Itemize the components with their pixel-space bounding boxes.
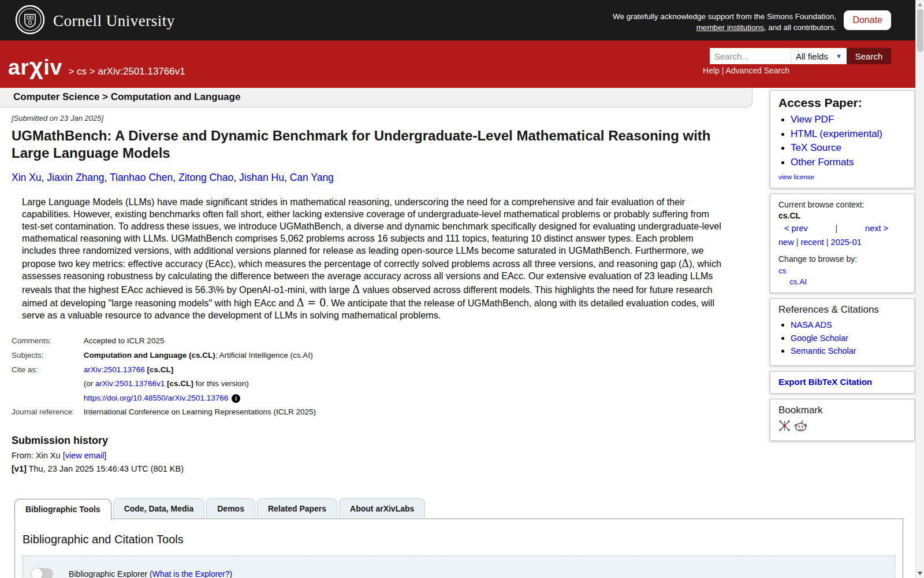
scroll-up-icon[interactable] <box>918 3 922 6</box>
tab-code-data-media[interactable]: Code, Data, Media <box>113 498 205 518</box>
export-bibtex-link[interactable]: Export BibTeX Citation <box>778 377 906 387</box>
new-link[interactable]: new <box>778 238 794 247</box>
tex-source-link[interactable]: TeX Source <box>791 142 841 153</box>
other-formats-link[interactable]: Other Formats <box>791 157 854 168</box>
list-item: Bibliographic Explorer (What is the Expl… <box>31 568 895 578</box>
author-link[interactable]: Jishan Hu <box>239 172 284 183</box>
site-header: Cornell University We gratefully acknowl… <box>0 0 924 40</box>
scroll-down-icon[interactable] <box>918 572 922 575</box>
next-link[interactable]: next > <box>865 224 888 233</box>
support-statement: We gratefully acknowledge support from t… <box>605 12 836 34</box>
labs-tabs: Bibliographic ToolsCode, Data, MediaDemo… <box>14 498 924 518</box>
bookmark-box: Bookmark <box>770 399 915 441</box>
author-link[interactable]: Zitong Chao <box>178 172 233 183</box>
list-item: NASA ADS <box>791 320 906 330</box>
chevron-down-icon: ▼ <box>836 53 842 60</box>
labs-tab-panel: Bibliographic and Citation Tools Bibliog… <box>14 518 903 578</box>
semantic-scholar-link[interactable]: Semantic Scholar <box>791 346 856 355</box>
arxiv-logo-chi: χ <box>29 53 44 80</box>
donate-button[interactable]: Donate <box>844 10 891 30</box>
submission-history-heading: Submission history <box>12 435 745 447</box>
comments-value: Accepted to ICLR 2025 <box>84 334 316 349</box>
list-item: View PDF <box>791 114 906 125</box>
access-paper-heading: Access Paper: <box>778 96 906 110</box>
cornell-seal-icon <box>15 5 45 37</box>
breadcrumb-cs-link[interactable]: cs <box>77 66 87 77</box>
nasa-ads-link[interactable]: NASA ADS <box>791 320 832 329</box>
bibliographic-explorer-toggle[interactable] <box>31 568 53 578</box>
author-link[interactable]: Xin Xu <box>12 172 42 183</box>
subjects-label: Subjects: <box>12 348 84 362</box>
html-experimental-link[interactable]: HTML (experimental) <box>791 128 882 139</box>
journal-ref-label: Journal reference: <box>12 405 84 420</box>
scrollbar-thumb[interactable] <box>917 9 923 52</box>
access-paper-box: Access Paper: View PDF HTML (experimenta… <box>770 90 915 188</box>
toggle-knob <box>31 568 43 578</box>
search-input[interactable] <box>710 48 791 64</box>
labs-tools-panel: Bibliographic Explorer (What is the Expl… <box>23 555 895 578</box>
cornell-wordmark: Cornell University <box>53 12 175 30</box>
tab-bibliographic-tools[interactable]: Bibliographic Tools <box>14 499 111 520</box>
view-license-link[interactable]: view license <box>778 173 814 180</box>
month-link[interactable]: 2025-01 <box>831 238 862 247</box>
list-item: TeX Source <box>791 142 906 154</box>
table-row: Subjects: Computation and Language (cs.C… <box>12 348 316 362</box>
table-row: Cite as: arXiv:2501.13766 [cs.CL] (or ar… <box>12 362 316 405</box>
list-item: Google Scholar <box>791 333 906 343</box>
search-button[interactable]: Search <box>847 48 891 64</box>
submission-dateline: [Submitted on 23 Jan 2025] <box>12 114 745 123</box>
author-link[interactable]: Tianhao Chen <box>110 172 173 183</box>
abstract-page: [Submitted on 23 Jan 2025] UGMathBench: … <box>0 114 745 473</box>
list-item: HTML (experimental) <box>791 128 906 140</box>
field-selector[interactable]: All fields ▼ <box>791 48 847 64</box>
scrollbar[interactable] <box>915 0 924 578</box>
reddit-icon[interactable] <box>794 420 807 434</box>
recent-link[interactable]: recent <box>800 238 824 247</box>
tab-related-papers[interactable]: Related Papers <box>257 498 337 518</box>
breadcrumb-paper-id: arXiv:2501.13766v1 <box>98 66 185 77</box>
submission-v1-line: [v1] Thu, 23 Jan 2025 15:46:43 UTC (801 … <box>12 464 745 473</box>
change-browse-label: Change to browse by: <box>778 254 906 264</box>
list-item: Other Formats <box>791 157 906 168</box>
delta-math: Δ <box>352 283 360 295</box>
cornell-brand[interactable]: Cornell University <box>15 5 175 37</box>
prev-link[interactable]: < prev <box>784 224 808 233</box>
author-link[interactable]: Can Yang <box>290 172 334 183</box>
view-pdf-link[interactable]: View PDF <box>791 114 834 125</box>
paper-title: UGMathBench: A Diverse and Dynamic Bench… <box>12 127 725 162</box>
delta-math: Δ <box>681 257 689 269</box>
list-item: Semantic Scholar <box>791 346 906 356</box>
browse-csai-link[interactable]: cs.AI <box>789 277 807 286</box>
browse-cs-link[interactable]: cs <box>778 266 787 275</box>
doi-link[interactable]: https://doi.org/10.48550/arXiv.2501.1376… <box>84 394 228 402</box>
tab-about-arxivlabs[interactable]: About arXivLabs <box>339 498 425 518</box>
references-citations-box: References & Citations NASA ADS Google S… <box>770 298 915 366</box>
export-bibtex-box: Export BibTeX Citation <box>770 371 915 394</box>
bookmark-heading: Bookmark <box>778 405 906 416</box>
cite-as-value: arXiv:2501.13766 [cs.CL] (or arXiv:2501.… <box>84 362 316 405</box>
journal-ref-value: International Conference on Learning Rep… <box>84 405 316 420</box>
info-icon[interactable]: i <box>232 394 240 403</box>
separator: | <box>836 224 838 233</box>
help-link[interactable]: Help <box>703 66 720 75</box>
browse-context-value: cs.CL <box>778 211 906 220</box>
google-scholar-link[interactable]: Google Scholar <box>791 334 848 343</box>
help-links: Help | Advanced Search <box>703 66 789 75</box>
arxiv-logo[interactable]: arχiv <box>8 53 62 80</box>
what-is-explorer-link[interactable]: What is the Explorer? <box>152 569 230 578</box>
cite-arxiv-link[interactable]: arXiv:2501.13766 <box>84 365 145 374</box>
tab-demos[interactable]: Demos <box>206 498 255 518</box>
cite-version-link[interactable]: arXiv:2501.13766v1 <box>95 379 165 388</box>
author-link[interactable]: Jiaxin Zhang <box>47 172 104 183</box>
extra-services-sidebar: Access Paper: View PDF HTML (experimenta… <box>770 90 915 441</box>
submission-from-line: From: Xin Xu [view email] <box>12 451 745 460</box>
arxiv-banner: arχiv > cs > arXiv:2501.13766v1 All fiel… <box>0 40 924 88</box>
view-email-link[interactable]: view email <box>65 451 105 460</box>
subject-heading: Computer Science > Computation and Langu… <box>0 88 752 108</box>
advanced-search-link[interactable]: Advanced Search <box>725 66 789 75</box>
delta-equation-math: Δ = 0 <box>297 297 326 309</box>
table-row: Journal reference: International Confere… <box>12 405 316 420</box>
browse-context-box: Current browse context: cs.CL < prev | n… <box>770 194 915 294</box>
bibsonomy-icon[interactable] <box>778 420 791 434</box>
member-institutions-link[interactable]: member institutions <box>696 23 764 32</box>
